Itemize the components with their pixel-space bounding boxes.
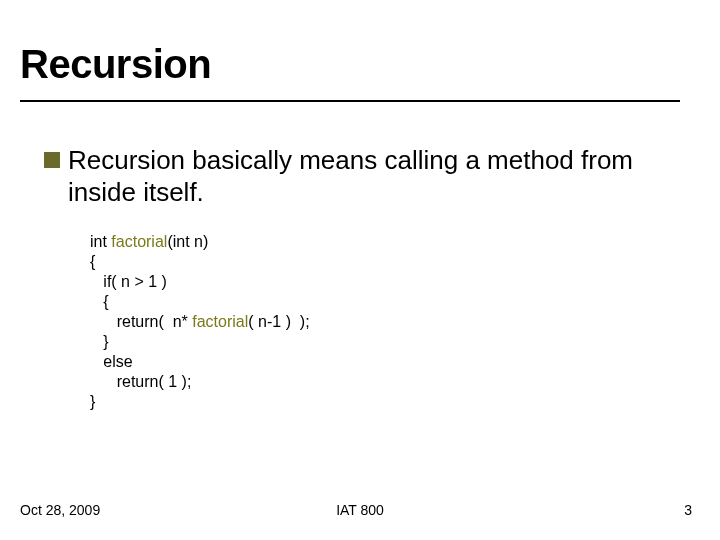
bullet-item: Recursion basically means calling a meth…	[44, 144, 664, 208]
code-line-3: if( n > 1 )	[90, 273, 167, 290]
code-line-1a: int	[90, 233, 111, 250]
code-line-5a: return( n*	[90, 313, 192, 330]
code-line-4: {	[90, 293, 109, 310]
slide-title: Recursion	[20, 42, 211, 87]
footer-page-number: 3	[684, 502, 692, 518]
bullet-square-icon	[44, 152, 60, 168]
code-line-6: }	[90, 333, 109, 350]
code-line-9: }	[90, 393, 95, 410]
title-underline	[20, 100, 680, 102]
code-line-1c: (int n)	[167, 233, 208, 250]
code-line-5b: factorial	[192, 313, 248, 330]
code-line-5c: ( n-1 ) );	[248, 313, 309, 330]
code-line-1b: factorial	[111, 233, 167, 250]
code-line-2: {	[90, 253, 95, 270]
slide: Recursion Recursion basically means call…	[0, 0, 720, 540]
footer-center: IAT 800	[0, 502, 720, 518]
code-block: int factorial(int n) { if( n > 1 ) { ret…	[90, 232, 310, 412]
code-line-8: return( 1 );	[90, 373, 191, 390]
bullet-text: Recursion basically means calling a meth…	[68, 144, 664, 208]
code-line-7: else	[90, 353, 133, 370]
